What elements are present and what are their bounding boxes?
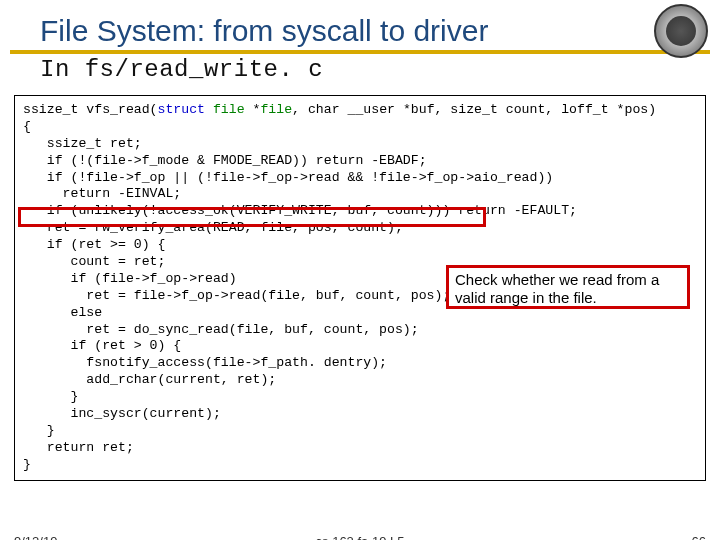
code-line: if (file->f_op->read) xyxy=(23,271,237,286)
code-text xyxy=(205,102,213,117)
code-line: ret = file->f_op->read(file, buf, count,… xyxy=(23,288,450,303)
code-line: ret = do_sync_read(file, buf, count, pos… xyxy=(23,322,419,337)
code-line: else xyxy=(23,305,102,320)
code-line: if (!(file->f_mode & FMODE_READ)) return… xyxy=(23,153,427,168)
type-file: file xyxy=(213,102,245,117)
slide-title: File System: from syscall to driver xyxy=(0,0,720,48)
code-line: } xyxy=(23,457,31,472)
callout-text: Check whether we read from a valid range… xyxy=(455,271,659,306)
slide-subtitle: In fs/read_write. c xyxy=(0,54,720,89)
code-line: if (!file->f_op || (!file->f_op->read &&… xyxy=(23,170,553,185)
footer-date: 9/12/19 xyxy=(14,534,57,540)
university-seal-icon xyxy=(654,4,708,58)
footer-course: cs 162 fa 19 L5 xyxy=(316,534,405,540)
code-line: inc_syscr(current); xyxy=(23,406,221,421)
code-line: } xyxy=(23,389,78,404)
code-text: * xyxy=(245,102,261,117)
code-line: return -EINVAL; xyxy=(23,186,181,201)
code-line: add_rchar(current, ret); xyxy=(23,372,276,387)
code-line: { xyxy=(23,119,31,134)
code-text: , char __user *buf, size_t count, loff_t… xyxy=(292,102,656,117)
code-line: count = ret; xyxy=(23,254,165,269)
code-line: if (ret >= 0) { xyxy=(23,237,165,252)
code-line: ret = rw_verify_area(READ, file, pos, co… xyxy=(23,220,403,235)
code-line: ssize_t vfs_read( xyxy=(23,102,158,117)
code-line: if (unlikely(!access_ok(VERIFY_WRITE, bu… xyxy=(23,203,577,218)
code-line: return ret; xyxy=(23,440,134,455)
ident-file: file xyxy=(260,102,292,117)
callout-box: Check whether we read from a valid range… xyxy=(446,265,690,309)
code-line: if (ret > 0) { xyxy=(23,338,181,353)
code-line: } xyxy=(23,423,55,438)
keyword-struct: struct xyxy=(158,102,205,117)
footer-page-number: 66 xyxy=(692,534,706,540)
code-line: fsnotify_access(file->f_path. dentry); xyxy=(23,355,387,370)
code-line: ssize_t ret; xyxy=(23,136,142,151)
